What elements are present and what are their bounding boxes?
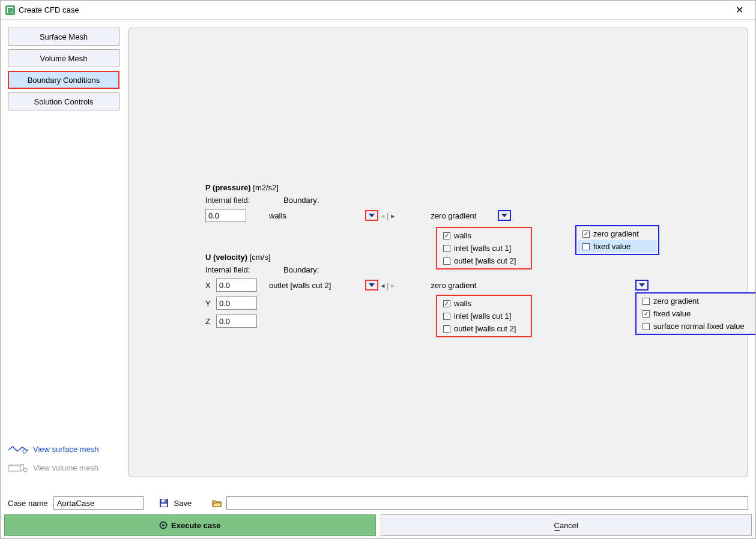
pressure-internal-input[interactable] — [205, 209, 246, 222]
checkbox-icon — [643, 310, 650, 318]
velocity-selected-boundary: outlet [walls cut 2] — [269, 281, 353, 290]
tab-label: Solution Controls — [34, 97, 94, 106]
checkbox-icon — [443, 300, 450, 307]
checkbox-icon — [443, 257, 450, 265]
save-label[interactable]: Save — [174, 499, 192, 508]
chevron-down-icon — [369, 283, 375, 287]
option-label: walls — [454, 231, 471, 240]
svg-point-0 — [23, 450, 26, 453]
axis-label-z: Z — [205, 317, 216, 326]
prev-boundary-button[interactable]: ◂ — [380, 280, 386, 290]
boundary-option[interactable]: walls — [438, 297, 530, 310]
checkbox-icon — [643, 298, 650, 305]
velocity-boundary-dropdown[interactable] — [365, 280, 378, 291]
view-volume-mesh-link: View volume mesh — [8, 463, 121, 472]
tab-label: Surface Mesh — [40, 32, 88, 41]
content-panel: P (pressure) [m2/s2] Internal field: Bou… — [128, 28, 748, 477]
sidebar: Surface Mesh Volume Mesh Boundary Condit… — [1, 20, 125, 484]
svg-point-7 — [23, 468, 27, 472]
next-boundary-button[interactable]: ▸ — [390, 211, 396, 220]
case-name-input[interactable] — [53, 496, 144, 510]
pressure-boundary-dropdown[interactable] — [365, 210, 378, 221]
pressure-selected-boundary: walls — [269, 211, 353, 220]
velocity-bc-popup: zero gradient fixed value surface normal… — [635, 292, 756, 335]
folder-open-icon[interactable] — [212, 498, 222, 508]
checkbox-icon — [582, 243, 590, 250]
boundary-option[interactable]: outlet [walls cut 2] — [438, 254, 530, 267]
axis-label-y: Y — [205, 299, 216, 308]
action-buttons: Execute case Cancel — [4, 514, 752, 536]
bc-option[interactable]: fixed value — [638, 307, 756, 320]
bc-option[interactable]: surface normal fixed value — [638, 320, 756, 333]
tab-surface-mesh[interactable]: Surface Mesh — [8, 28, 119, 46]
bc-option[interactable]: fixed value — [578, 240, 657, 253]
velocity-z-input[interactable] — [216, 315, 257, 328]
option-label: fixed value — [653, 309, 691, 318]
pressure-header: P (pressure) [m2/s2] — [205, 183, 698, 192]
pressure-title: P (pressure) — [205, 183, 251, 192]
boundary-option[interactable]: inlet [walls cut 1] — [438, 310, 530, 322]
svg-line-6 — [20, 469, 23, 471]
velocity-title: U (velocity) — [205, 253, 247, 262]
checkbox-icon — [443, 245, 450, 252]
pressure-bc-label: zero gradient — [431, 211, 497, 220]
checkbox-icon — [443, 325, 450, 333]
pressure-boundary-label: Boundary: — [283, 196, 319, 205]
view-surface-mesh-link[interactable]: View surface mesh — [8, 445, 121, 454]
window-title: Create CFD case — [19, 5, 79, 14]
chevron-down-icon — [369, 214, 375, 217]
app-icon — [5, 5, 15, 15]
case-path-input[interactable] — [226, 496, 748, 510]
pressure-bc-dropdown[interactable] — [498, 210, 511, 221]
svg-rect-11 — [161, 504, 167, 507]
boundary-option[interactable]: walls — [438, 229, 530, 242]
svg-point-13 — [162, 524, 165, 526]
gear-icon — [159, 521, 168, 529]
close-button[interactable]: ✕ — [728, 2, 751, 18]
button-label: ancel — [560, 521, 578, 530]
case-name-label: Case name — [8, 499, 47, 508]
velocity-unit: [cm/s] — [250, 253, 271, 262]
tab-boundary-conditions[interactable]: Boundary Conditions — [8, 71, 119, 89]
option-label: walls — [454, 299, 471, 308]
save-icon[interactable] — [159, 498, 169, 508]
velocity-x-input[interactable] — [216, 279, 257, 292]
tab-volume-mesh[interactable]: Volume Mesh — [8, 49, 119, 67]
cancel-button[interactable]: Cancel — [381, 514, 752, 536]
link-label: View volume mesh — [33, 463, 98, 472]
tab-label: Volume Mesh — [40, 54, 88, 63]
pressure-bc-popup: zero gradient fixed value — [575, 225, 659, 255]
option-label: outlet [walls cut 2] — [454, 256, 516, 265]
prev-boundary-button: ◂ — [380, 211, 386, 220]
checkbox-icon — [643, 323, 650, 330]
titlebar: Create CFD case ✕ — [1, 1, 755, 20]
link-label: View surface mesh — [33, 445, 99, 454]
boundary-option[interactable]: outlet [walls cut 2] — [438, 322, 530, 335]
velocity-bc-dropdown[interactable] — [635, 280, 649, 291]
velocity-y-input[interactable] — [216, 297, 257, 310]
option-label: outlet [walls cut 2] — [454, 324, 516, 333]
execute-case-button[interactable]: Execute case — [4, 514, 376, 536]
chevron-down-icon — [639, 283, 645, 287]
checkbox-icon — [582, 230, 590, 238]
bc-option[interactable]: zero gradient — [638, 295, 756, 307]
tab-solution-controls[interactable]: Solution Controls — [8, 92, 119, 110]
chevron-down-icon — [501, 214, 507, 217]
volume-mesh-icon — [8, 464, 28, 472]
option-label: fixed value — [593, 242, 631, 251]
svg-rect-1 — [8, 466, 20, 471]
pressure-boundary-popup: walls inlet [walls cut 1] outlet [walls … — [436, 227, 532, 270]
checkbox-icon — [443, 232, 450, 239]
boundary-option[interactable]: inlet [walls cut 1] — [438, 242, 530, 254]
svg-rect-10 — [165, 500, 166, 502]
velocity-bc-label: zero gradient — [431, 281, 497, 290]
next-boundary-button: ▸ — [390, 280, 396, 290]
main-area: Surface Mesh Volume Mesh Boundary Condit… — [1, 20, 755, 484]
bc-option[interactable]: zero gradient — [578, 227, 657, 240]
pressure-internal-label: Internal field: — [205, 196, 261, 205]
axis-label-x: X — [205, 281, 216, 290]
button-label: Execute case — [171, 521, 220, 530]
option-label: zero gradient — [653, 297, 699, 306]
pressure-section: P (pressure) [m2/s2] Internal field: Bou… — [205, 183, 698, 223]
option-label: inlet [walls cut 1] — [454, 312, 511, 321]
